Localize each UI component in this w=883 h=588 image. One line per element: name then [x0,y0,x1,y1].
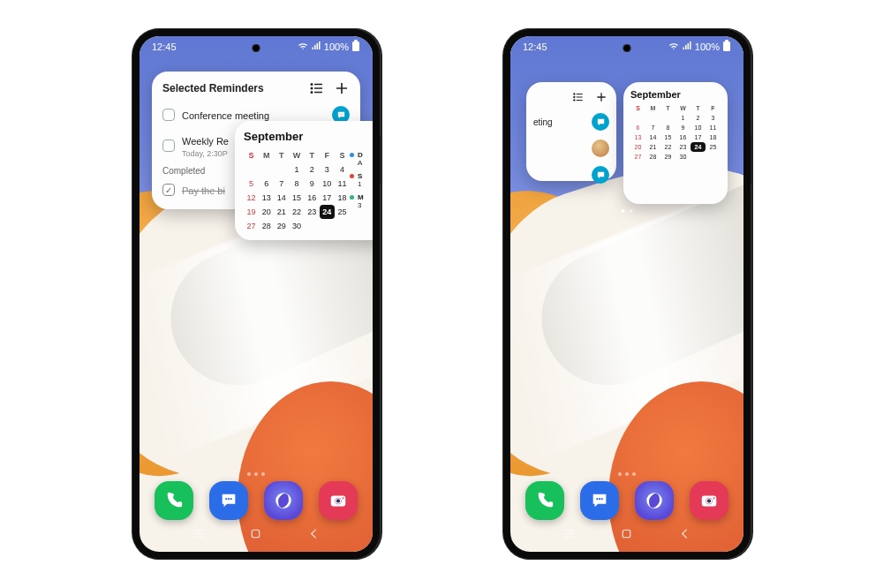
signal-icon [311,41,321,53]
calendar-event[interactable]: S1 [350,172,373,188]
cal-day[interactable]: 7 [274,177,289,191]
checkbox-icon[interactable] [162,109,175,121]
phone-app-icon[interactable] [155,481,193,520]
nav-home[interactable] [248,526,263,545]
cal-day[interactable]: 13 [630,132,645,142]
chat-bubble-icon[interactable] [592,166,609,184]
cal-dow: W [289,148,304,162]
cal-day[interactable]: 13 [259,191,274,205]
calendar-event[interactable]: M3 [350,193,373,209]
browser-app-icon[interactable] [635,481,674,520]
cal-day[interactable]: 21 [645,142,660,152]
cal-dow: F [706,103,721,113]
cal-day[interactable]: 11 [706,123,721,132]
svg-point-21 [336,499,340,502]
cal-day[interactable]: 20 [259,205,274,219]
cal-day[interactable]: 25 [706,142,721,152]
cal-dow: W [675,103,691,113]
nav-recents[interactable] [562,526,577,545]
cal-day[interactable]: 29 [660,152,675,162]
cal-day[interactable]: 10 [691,123,706,132]
cal-day[interactable]: 12 [244,191,259,205]
cal-day[interactable]: 24 [320,205,335,219]
add-icon[interactable] [593,89,609,105]
cal-day[interactable]: 5 [244,177,259,191]
cal-day[interactable]: 27 [630,152,645,162]
cal-day[interactable]: 18 [335,191,350,205]
cal-day[interactable]: 14 [274,191,289,205]
messages-app-icon[interactable] [209,481,248,520]
cal-day[interactable]: 1 [675,113,691,123]
calendar-widget[interactable]: September SMTWTFS12345678910111213141516… [235,121,373,240]
cal-day[interactable]: 6 [259,177,274,191]
checkbox-checked-icon[interactable] [162,184,175,196]
cal-day[interactable]: 6 [630,123,645,132]
cal-day[interactable]: 23 [305,205,320,219]
cal-day[interactable]: 23 [675,142,691,152]
calendar-widget-small[interactable]: September SMTWTF123678910111314151617182… [623,82,728,204]
nav-back[interactable] [306,526,321,545]
cal-day[interactable]: 21 [274,205,289,219]
cal-day[interactable]: 28 [645,152,660,162]
cal-day[interactable]: 25 [335,205,350,219]
checkbox-icon[interactable] [162,139,175,152]
cal-day[interactable]: 16 [305,191,320,205]
browser-app-icon[interactable] [264,481,303,520]
page-indicator [622,209,633,213]
svg-point-6 [311,87,313,89]
reminder-item[interactable] [533,162,609,188]
svg-point-39 [601,498,603,500]
list-icon[interactable] [309,80,325,96]
cal-day[interactable]: 18 [706,132,721,142]
svg-point-34 [574,100,575,101]
cal-day[interactable]: 19 [244,205,259,219]
calendar-event[interactable]: DA [350,151,373,167]
nav-home[interactable] [619,526,634,545]
cal-day[interactable]: 30 [675,152,691,162]
cal-day[interactable]: 7 [645,123,660,132]
cal-day[interactable]: 10 [320,177,335,191]
cal-day[interactable]: 2 [305,162,320,177]
chat-bubble-icon[interactable] [592,113,609,131]
cal-day[interactable]: 9 [675,123,691,132]
cal-day[interactable]: 1 [289,162,304,177]
phone-app-icon[interactable] [525,481,564,520]
svg-point-5 [311,84,313,86]
svg-rect-28 [725,40,728,41]
reminder-label: Weekly Re [182,136,229,147]
nav-back[interactable] [677,526,692,545]
phone-left: 12:45 100% Selected Reminders Conference… [132,29,380,559]
cal-day[interactable]: 22 [289,205,304,219]
cal-day[interactable]: 15 [660,132,675,142]
cal-day[interactable]: 14 [645,132,660,142]
cal-day[interactable]: 16 [675,132,691,142]
cal-day[interactable]: 22 [660,142,675,152]
cal-day[interactable]: 9 [305,177,320,191]
cal-day[interactable]: 27 [244,219,259,233]
list-icon[interactable] [570,89,586,105]
cal-day[interactable]: 24 [691,142,706,152]
cal-day[interactable]: 30 [289,219,304,233]
cal-day[interactable]: 11 [335,177,350,191]
cal-day[interactable]: 29 [274,219,289,233]
svg-point-15 [230,498,232,500]
reminders-widget-small[interactable]: eting [526,82,616,181]
cal-day[interactable]: 17 [320,191,335,205]
reminder-item[interactable]: eting [533,109,609,135]
cal-day[interactable]: 15 [289,191,304,205]
cal-day[interactable]: 28 [259,219,274,233]
reminder-item[interactable] [533,135,609,162]
cal-day[interactable]: 20 [630,142,645,152]
cal-day[interactable]: 17 [691,132,706,142]
cal-day[interactable]: 8 [660,123,675,132]
camera-app-icon[interactable] [319,481,358,520]
cal-day[interactable]: 4 [335,162,350,177]
camera-app-icon[interactable] [690,481,728,520]
cal-day[interactable]: 3 [706,113,721,123]
cal-day[interactable]: 3 [320,162,335,177]
cal-day[interactable]: 2 [691,113,706,123]
messages-app-icon[interactable] [580,481,619,520]
cal-day[interactable]: 8 [289,177,304,191]
add-icon[interactable] [334,80,350,96]
nav-recents[interactable] [191,526,206,545]
